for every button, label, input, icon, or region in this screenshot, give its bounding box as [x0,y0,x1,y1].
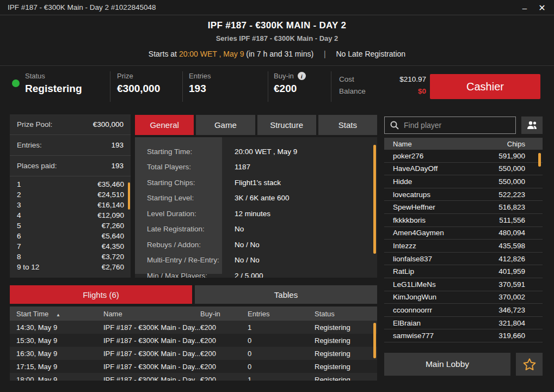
name-column-header[interactable]: Name [103,310,200,318]
favorite-star-button[interactable] [516,353,543,376]
minimize-button[interactable]: – [516,0,533,15]
payout-place: 1 [17,180,21,188]
flight-row[interactable]: 16:30, May 9 IPF #187 - €300K Main - Day… [10,347,377,360]
entries-column-header[interactable]: Entries [248,310,315,318]
players-list-button[interactable] [521,117,543,134]
start-time-column-header[interactable]: Start Time ▲ [16,310,103,318]
flight-start-time: 17:15, May 9 [16,363,103,371]
general-row: Starting Time: 20:00 WET , May 9 [135,144,377,160]
divider [268,71,268,102]
player-name: RatLip [393,267,414,275]
player-row[interactable]: KimJongWun 370,002 [384,291,543,304]
general-label: Min / Max Players: [135,272,222,278]
tab-tables[interactable]: Tables [195,285,377,304]
buyin-section: Buy-in i €200 [274,72,306,95]
prize-summary-row: Prize Pool: €300,000 [10,114,131,135]
payout-row: 4 €12,090 [10,210,131,220]
general-label: Starting Level: [135,194,222,202]
player-name: ccoonnoorrr [393,306,432,314]
payout-place: 5 [17,222,21,230]
flight-entries: 0 [248,336,315,345]
flight-name: IPF #187 - €300K Main - Day... [103,363,200,371]
flight-rows: 14:30, May 9 IPF #187 - €300K Main - Day… [10,321,377,381]
player-name: SpewHeffner [393,203,435,211]
general-row: Multi-Entry / Re-Entry: No / No [135,253,377,268]
general-info-panel: Starting Time: 20:00 WET , May 9 Total P… [135,137,377,278]
player-chips: 522,223 [498,191,525,199]
general-value: 2 / 5,000 [222,272,263,278]
general-label: Multi-Entry / Re-Entry: [135,256,222,264]
flight-entries: 1 [248,376,315,381]
flight-row[interactable]: 15:30, May 9 IPF #187 - €300K Main - Day… [10,334,377,347]
divider [182,71,183,102]
flights-scrollbar-thumb[interactable] [373,323,376,358]
flights-table: Start Time ▲ Name Buy-in Entries Status … [10,307,377,381]
payout-scrollbar-thumb[interactable] [128,182,130,210]
flight-name: IPF #187 - €300K Main - Day... [103,350,200,358]
search-input[interactable] [404,121,515,130]
info-icon[interactable]: i [298,72,306,80]
status-section: Status Registering [25,72,82,95]
main-lobby-button[interactable]: Main Lobby [384,353,510,376]
prize-summary-rows: Prize Pool: €300,000 Entries: 193 Places… [10,114,131,176]
player-row[interactable]: LeG1LiMeNs 370,591 [384,278,543,291]
search-box[interactable] [384,117,516,134]
flight-row[interactable]: 14:30, May 9 IPF #187 - €300K Main - Day… [10,321,377,334]
player-row[interactable]: poker276 591,900 [384,150,543,163]
flight-status: Registering [315,363,377,371]
tab-stats[interactable]: Stats [318,115,377,135]
tab-game[interactable]: Game [196,115,255,135]
tab-structure[interactable]: Structure [257,115,316,135]
flight-row[interactable]: 17:15, May 9 IPF #187 - €300K Main - Day… [10,360,377,373]
flight-buyin: €200 [200,323,248,332]
flight-status: Registering [315,323,377,332]
close-button[interactable]: ✕ [533,0,551,15]
tab-general[interactable]: General [135,115,194,135]
player-row[interactable]: lionfalse837 412,826 [384,253,543,266]
payout-place: 3 [17,201,21,209]
flight-status: Registering [315,350,377,358]
prize-value: €300,000 [117,83,160,95]
player-row[interactable]: lovecatrups 522,223 [384,188,543,201]
payout-row: 6 €5,640 [10,231,131,241]
prize-summary-row: Entries: 193 [10,135,131,156]
starts-at-label: Starts at [149,50,177,58]
player-row[interactable]: SpewHeffner 516,823 [384,201,543,214]
status-value: Registering [25,83,82,95]
player-row[interactable]: RatLip 401,959 [384,265,543,278]
player-chips: 591,900 [498,152,525,160]
buyin-label: Buy-in [274,72,294,80]
status-label: Status [25,72,82,80]
general-label: Starting Time: [135,148,222,156]
summary-value: 193 [111,162,124,170]
tournament-lobby-window: IPF #187 - €300K Main - Day 2 #102284504… [0,0,554,392]
flight-row[interactable]: 18:00, May 9 IPF #187 - €300K Main - Day… [10,373,377,381]
player-chips: 412,826 [498,255,525,263]
status-column-header[interactable]: Status [315,310,377,318]
cost-label: Cost [339,75,354,83]
player-row[interactable]: ccoonnoorrr 346,723 [384,304,543,317]
buyin-value: €200 [274,83,306,95]
player-row[interactable]: Amen4Gaymen 480,094 [384,227,543,240]
general-scrollbar-thumb[interactable] [373,145,376,254]
general-row: Starting Chips: Flight1's stack [135,175,377,191]
player-row[interactable]: samwise777 319,660 [384,329,543,342]
tab-flights[interactable]: Flights (6) [10,285,192,304]
player-row[interactable]: Hidde 550,000 [384,175,543,188]
player-row[interactable]: Intezzz 435,598 [384,240,543,253]
payout-amount: €5,640 [102,232,124,240]
cost-balance-section: Cost $210.97 Balance $0 [339,73,426,97]
player-row[interactable]: ElBraian 321,804 [384,317,543,330]
payout-place: 9 to 12 [17,263,39,271]
general-value: 3K / 6K ante 600 [222,194,290,202]
player-row[interactable]: HaveADayOff 550,000 [384,163,543,176]
buyin-column-header[interactable]: Buy-in [200,310,248,318]
cashier-button[interactable]: Cashier [430,74,540,99]
payout-amount: €24,510 [97,191,124,199]
player-scrollbar-thumb[interactable] [538,153,541,167]
payout-amount: €12,090 [97,211,124,219]
payout-place: 8 [17,253,21,261]
player-row[interactable]: fkkkkboris 511,556 [384,214,543,227]
sort-ascending-icon: ▲ [56,313,60,317]
general-value: 20:00 WET , May 9 [222,148,297,156]
